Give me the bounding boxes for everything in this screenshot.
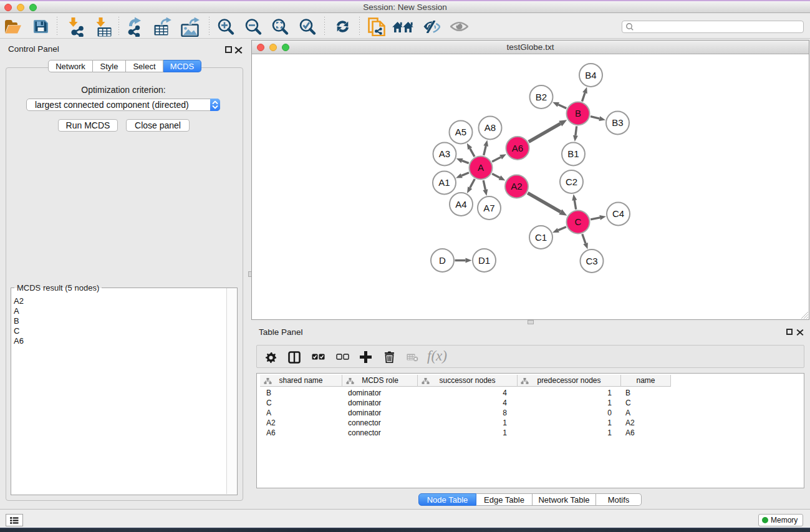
svg-text:B: B: [575, 108, 581, 118]
svg-text:A7: A7: [483, 203, 494, 213]
svg-text:A6: A6: [512, 143, 523, 153]
svg-text:B3: B3: [612, 117, 623, 128]
svg-text:A8: A8: [485, 122, 496, 133]
svg-text:D: D: [439, 255, 446, 266]
svg-text:B4: B4: [585, 70, 596, 80]
svg-text:B1: B1: [567, 148, 579, 159]
svg-text:C1: C1: [535, 232, 547, 243]
svg-text:A5: A5: [455, 127, 466, 137]
svg-text:C2: C2: [566, 177, 577, 187]
svg-text:C3: C3: [586, 256, 597, 266]
svg-text:A: A: [478, 162, 484, 173]
svg-text:A3: A3: [439, 148, 450, 159]
svg-text:B2: B2: [536, 92, 547, 102]
svg-text:A4: A4: [455, 199, 466, 210]
svg-text:C: C: [575, 216, 582, 227]
svg-text:D1: D1: [478, 255, 490, 266]
svg-text:C4: C4: [612, 208, 624, 219]
svg-text:A1: A1: [438, 177, 450, 188]
svg-text:A2: A2: [511, 181, 522, 191]
